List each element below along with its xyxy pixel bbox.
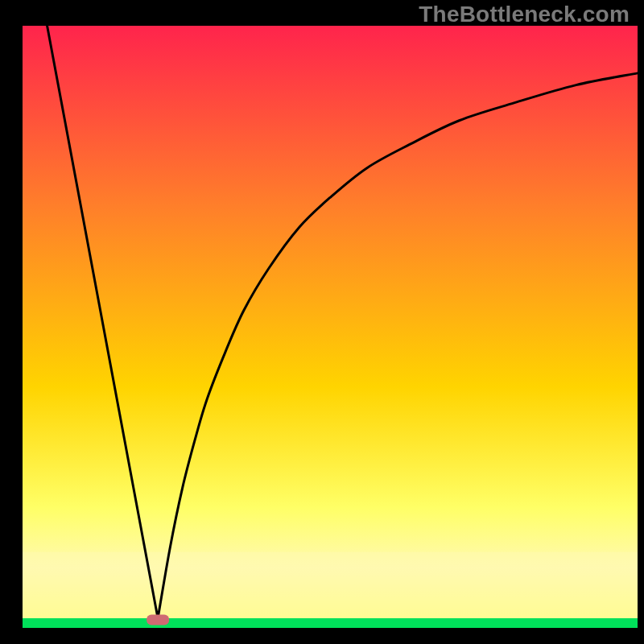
watermark-text: TheBottleneck.com bbox=[419, 2, 630, 27]
bottleneck-chart bbox=[0, 0, 644, 644]
minimum-marker bbox=[147, 615, 169, 625]
plot-area bbox=[23, 26, 638, 628]
lower-band bbox=[23, 552, 638, 618]
green-baseline bbox=[23, 618, 638, 628]
chart-frame: TheBottleneck.com bbox=[0, 0, 644, 644]
